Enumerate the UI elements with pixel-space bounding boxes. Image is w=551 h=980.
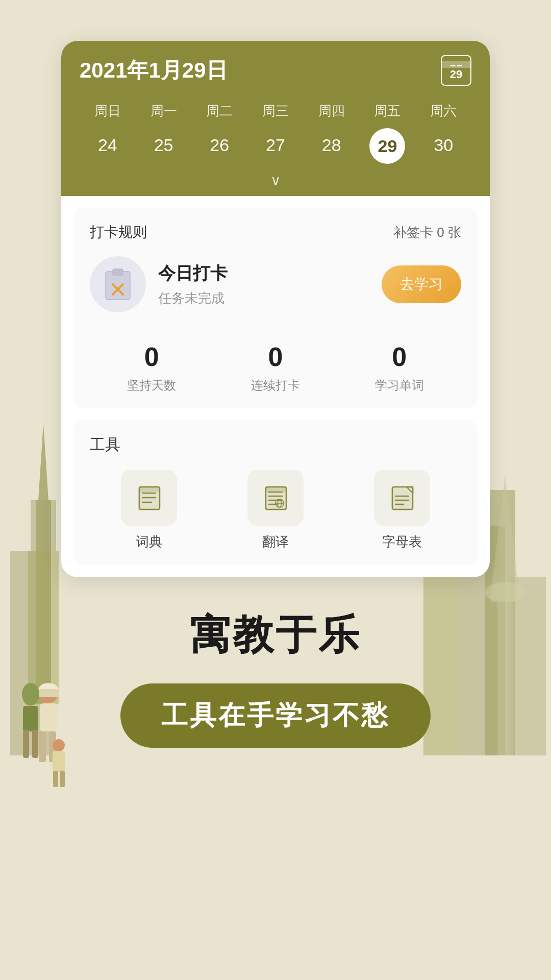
translate-label: 翻译 [262, 533, 289, 551]
main-slogan: 寓教于乐 [190, 608, 361, 663]
persist-days-value: 0 [144, 341, 159, 372]
checkin-clipboard-icon [102, 266, 135, 302]
alphabet-label: 字母表 [382, 533, 422, 551]
stats-row: 0 坚持天数 0 连续打卡 0 学习单词 [90, 327, 461, 394]
checkin-card: 打卡规则 补签卡 0 张 今日打卡 任务未完成 去学 [73, 208, 478, 408]
tools-card: 工具 词典 [73, 420, 478, 565]
consecutive-value: 0 [268, 341, 283, 372]
translate-icon-wrap [247, 470, 304, 526]
calendar-icon-number: 29 [450, 69, 462, 80]
dictionary-label: 词典 [136, 533, 162, 551]
calendar-date-title: 2021年1月29日 [80, 56, 228, 85]
bottom-section: 寓教于乐 工具在手学习不愁 [120, 608, 431, 789]
svg-rect-37 [139, 487, 160, 492]
weekday-sat: 周六 [415, 98, 471, 124]
app-card: 2021年1月29日 ▬ ▬ 29 周日 周一 周二 周三 周四 周五 周六 2… [61, 41, 490, 577]
go-study-button[interactable]: 去学习 [382, 265, 461, 303]
date-24[interactable]: 24 [80, 128, 136, 164]
checkin-icon-wrap [90, 256, 146, 312]
sub-slogan-button[interactable]: 工具在手学习不愁 [120, 683, 431, 748]
date-28[interactable]: 28 [304, 128, 360, 164]
alphabet-icon-wrap [374, 470, 430, 526]
calendar-expand[interactable]: ∨ [61, 168, 490, 196]
weekday-tue: 周二 [191, 98, 247, 124]
date-26[interactable]: 26 [191, 128, 247, 164]
weekday-sun: 周日 [80, 98, 136, 124]
checkin-today-row: 今日打卡 任务未完成 去学习 [90, 256, 461, 327]
dates-row: 24 25 26 27 28 29 30 [80, 128, 471, 168]
checkin-info: 今日打卡 任务未完成 [158, 262, 369, 307]
alphabet-icon [388, 484, 416, 512]
tool-translate[interactable]: 翻译 [216, 470, 335, 551]
calendar-icon[interactable]: ▬ ▬ 29 [441, 55, 471, 86]
date-25[interactable]: 25 [136, 128, 192, 164]
tool-alphabet[interactable]: 字母表 [343, 470, 461, 551]
translate-icon [262, 484, 290, 512]
consecutive-label: 连续打卡 [251, 377, 300, 394]
weekday-mon: 周一 [136, 98, 192, 124]
svg-rect-29 [113, 269, 123, 275]
persist-days-label: 坚持天数 [127, 377, 176, 394]
weekdays-row: 周日 周一 周二 周三 周四 周五 周六 [80, 98, 471, 124]
weekday-thu: 周四 [304, 98, 360, 124]
weekday-fri: 周五 [360, 98, 416, 124]
svg-rect-28 [106, 272, 130, 300]
weekday-wed: 周三 [247, 98, 304, 124]
tools-section-title: 工具 [90, 434, 461, 455]
date-30[interactable]: 30 [415, 128, 471, 164]
dictionary-icon [135, 484, 163, 512]
tools-grid: 词典 [90, 470, 461, 551]
checkin-rules-label[interactable]: 打卡规则 [90, 223, 147, 242]
stat-words-learned: 0 学习单词 [337, 341, 461, 394]
today-checkin-title: 今日打卡 [158, 262, 369, 285]
supplement-cards-label: 补签卡 0 张 [393, 224, 461, 241]
words-label: 学习单词 [375, 377, 424, 394]
date-29-selected[interactable]: 29 [369, 128, 405, 164]
date-27[interactable]: 27 [247, 128, 304, 164]
stat-persist-days: 0 坚持天数 [90, 341, 214, 394]
dictionary-icon-wrap [121, 470, 177, 526]
expand-arrow-icon: ∨ [270, 172, 281, 189]
checkin-header: 打卡规则 补签卡 0 张 [90, 223, 461, 242]
svg-rect-44 [266, 487, 286, 492]
calendar-section: 2021年1月29日 ▬ ▬ 29 周日 周一 周二 周三 周四 周五 周六 2… [61, 41, 490, 168]
words-value: 0 [392, 341, 407, 372]
tool-dictionary[interactable]: 词典 [90, 470, 208, 551]
stat-consecutive-checkin: 0 连续打卡 [214, 341, 338, 394]
today-checkin-subtitle: 任务未完成 [158, 289, 369, 307]
